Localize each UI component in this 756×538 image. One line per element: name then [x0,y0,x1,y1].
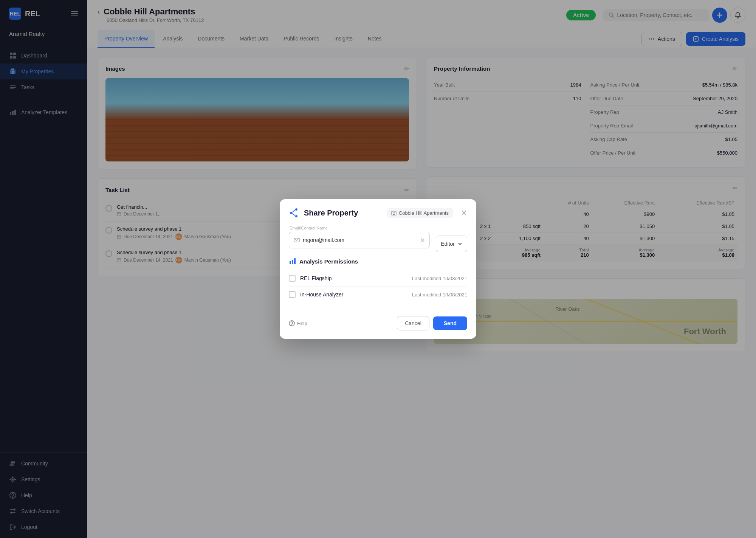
help-icon [289,320,295,326]
svg-rect-52 [393,212,393,213]
chevron-down-icon [458,242,462,246]
permissions-section: Analysis Permissions REL Flagship Last m… [289,257,467,302]
email-field-label: Email/Contact Name [290,226,467,230]
email-row: ✕ Editor [289,232,467,256]
role-select[interactable]: Editor [436,236,467,252]
svg-point-46 [295,208,297,211]
permissions-title: Analysis Permissions [289,257,467,265]
svg-rect-53 [394,212,395,213]
svg-line-49 [292,210,295,212]
chart-permissions-icon [289,257,296,265]
email-icon [294,237,300,243]
permission-name-inhouse: In-House Analyzer [300,291,407,298]
email-field-wrap[interactable]: ✕ [289,232,430,248]
svg-rect-54 [393,214,395,215]
permission-date-flagship: Last modified 10/08/2021 [412,276,467,281]
permission-checkbox-flagship[interactable] [289,275,296,282]
svg-point-48 [290,212,292,214]
help-link[interactable]: Help [289,320,393,326]
svg-rect-57 [292,260,293,264]
modal-footer: Help Cancel Send [280,310,476,339]
modal-property-name: Cobble Hill Apartments [399,210,449,216]
modal-close-button[interactable]: ✕ [461,208,467,217]
permission-date-inhouse: Last modified 10/08/2021 [412,292,467,298]
cancel-button[interactable]: Cancel [397,316,429,330]
modal-overlay: Share Property Cobble Hill Apartments ✕ … [0,0,756,538]
permission-name-flagship: REL Flagship [300,275,407,281]
permissions-title-text: Analysis Permissions [299,258,358,265]
svg-line-50 [292,214,295,216]
permission-row: In-House Analyzer Last modified 10/08/20… [289,287,467,302]
modal-body: Email/Contact Name ✕ Editor [280,224,476,310]
modal-title: Share Property [304,209,382,217]
modal-property-chip: Cobble Hill Apartments [387,208,453,218]
email-input[interactable] [303,237,417,243]
building-chip-icon [391,210,397,216]
svg-point-47 [295,215,297,217]
svg-rect-58 [294,258,296,264]
svg-point-60 [291,325,292,325]
help-label: Help [297,321,307,326]
send-button[interactable]: Send [433,316,467,330]
svg-rect-56 [290,261,291,264]
permission-checkbox-inhouse[interactable] [289,291,296,298]
email-clear-button[interactable]: ✕ [420,237,425,244]
permission-row: REL Flagship Last modified 10/08/2021 [289,270,467,287]
share-property-modal: Share Property Cobble Hill Apartments ✕ … [280,199,476,339]
role-value: Editor [441,241,455,247]
modal-header: Share Property Cobble Hill Apartments ✕ [280,199,476,224]
email-field-section: Email/Contact Name ✕ Editor [289,226,467,256]
share-icon [289,208,299,218]
